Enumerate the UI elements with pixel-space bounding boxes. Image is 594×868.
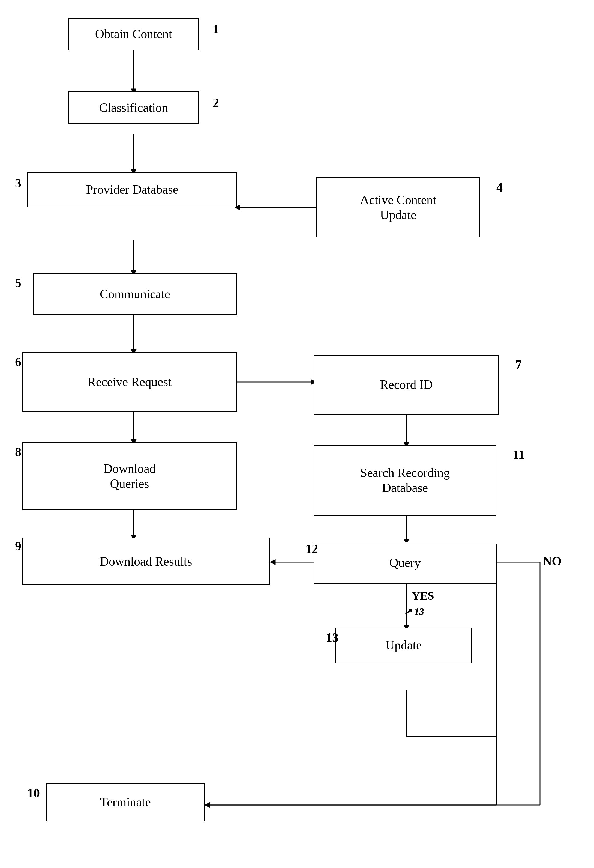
classification-box: Classification bbox=[68, 92, 199, 124]
obtain-content-label: Obtain Content bbox=[95, 27, 172, 41]
record-id-label: Record ID bbox=[380, 377, 433, 392]
flowchart-diagram: Obtain Content 1 Classification 2 Provid… bbox=[0, 0, 594, 868]
receive-request-box: Receive Request bbox=[22, 352, 237, 412]
label-10: 10 bbox=[27, 786, 40, 800]
active-content-update-label: Active Content Update bbox=[360, 192, 436, 222]
yes-arrow-label: ↗ 13 bbox=[404, 606, 424, 617]
label-3: 3 bbox=[15, 176, 21, 190]
label-9: 9 bbox=[15, 539, 21, 554]
svg-marker-23 bbox=[205, 802, 210, 808]
download-results-label: Download Results bbox=[100, 554, 192, 569]
download-queries-label: Download Queries bbox=[103, 461, 156, 491]
communicate-label: Communicate bbox=[100, 286, 170, 301]
search-recording-database-box: Search Recording Database bbox=[314, 445, 496, 516]
query-label: Query bbox=[389, 555, 421, 570]
communicate-box: Communicate bbox=[33, 273, 237, 315]
no-label: NO bbox=[543, 554, 562, 568]
record-id-box: Record ID bbox=[314, 355, 499, 415]
label-6: 6 bbox=[15, 355, 21, 369]
download-results-box: Download Results bbox=[22, 537, 270, 585]
download-queries-box: Download Queries bbox=[22, 442, 237, 510]
query-box: Query bbox=[314, 542, 496, 584]
label-1: 1 bbox=[213, 22, 219, 36]
label-4: 4 bbox=[496, 180, 503, 195]
active-content-update-box: Active Content Update bbox=[316, 177, 480, 238]
provider-database-label: Provider Database bbox=[86, 182, 178, 197]
svg-marker-30 bbox=[270, 559, 276, 565]
label-11: 11 bbox=[513, 447, 525, 462]
label-13: 13 bbox=[326, 630, 339, 645]
update-box: Update bbox=[335, 627, 472, 663]
obtain-content-box: Obtain Content bbox=[68, 18, 199, 50]
terminate-box: Terminate bbox=[46, 783, 205, 821]
label-12: 12 bbox=[305, 542, 318, 556]
receive-request-label: Receive Request bbox=[87, 374, 171, 390]
arrows-svg bbox=[0, 0, 594, 868]
label-8: 8 bbox=[15, 445, 21, 459]
provider-database-box: Provider Database bbox=[27, 172, 237, 207]
yes-label: YES bbox=[412, 589, 434, 602]
classification-label: Classification bbox=[99, 100, 168, 115]
label-7: 7 bbox=[516, 357, 522, 372]
label-2: 2 bbox=[213, 96, 219, 110]
label-5: 5 bbox=[15, 276, 21, 290]
terminate-label: Terminate bbox=[100, 794, 151, 810]
search-recording-database-label: Search Recording Database bbox=[360, 465, 450, 495]
update-label: Update bbox=[386, 638, 422, 653]
